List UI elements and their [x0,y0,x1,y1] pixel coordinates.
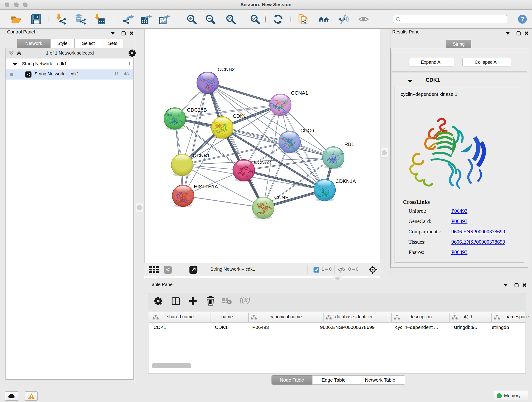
svg-text:CDK1: CDK1 [233,113,246,119]
svg-text:CDC6: CDC6 [300,128,314,133]
svg-text:CDC25B: CDC25B [187,107,207,113]
svg-text:RB1: RB1 [344,141,354,147]
svg-text:CCNE1: CCNE1 [274,195,291,200]
svg-text:CCNB2: CCNB2 [218,66,235,72]
svg-text:CDKN1A: CDKN1A [336,178,356,184]
svg-text:?: ? [520,16,524,22]
svg-text:CCNA2: CCNA2 [254,160,271,165]
svg-text:CCNA1: CCNA1 [291,90,308,96]
svg-text:CCNB1: CCNB1 [193,153,210,158]
svg-text:HIST1H1A: HIST1H1A [194,184,218,190]
